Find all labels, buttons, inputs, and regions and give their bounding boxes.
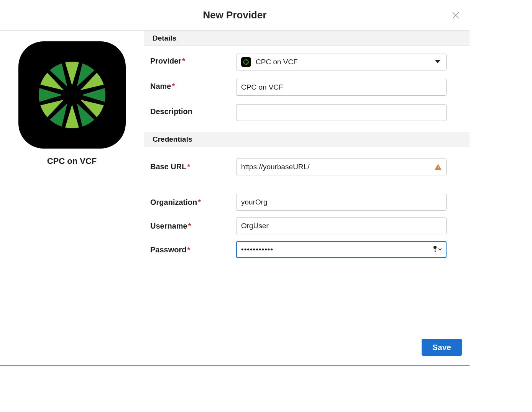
password-manager-icon[interactable] [433, 245, 442, 253]
dialog-title: New Provider [203, 9, 266, 21]
description-input[interactable] [236, 104, 447, 121]
close-button[interactable] [449, 8, 463, 22]
label-provider: Provider* [150, 54, 236, 65]
svg-rect-4 [435, 251, 436, 252]
svg-rect-3 [435, 249, 435, 252]
row-base-url: Base URL* [150, 159, 447, 175]
label-base-url: Base URL* [150, 159, 236, 171]
cpc-mini-icon [241, 57, 251, 67]
row-name: Name* [150, 79, 447, 96]
svg-rect-0 [438, 166, 438, 168]
username-input[interactable] [236, 217, 447, 234]
row-password: Password* [150, 241, 447, 258]
label-password: Password* [150, 245, 236, 254]
save-button[interactable]: Save [422, 339, 462, 356]
dialog-body: CPC on VCF Details Provider* [0, 31, 470, 329]
svg-point-2 [433, 246, 437, 249]
label-description: Description [150, 104, 236, 116]
credentials-form: Base URL* Organization* [144, 147, 470, 273]
dialog-footer: Save [0, 329, 470, 365]
dialog-header: New Provider [0, 0, 470, 31]
provider-logo-caption: CPC on VCF [47, 156, 97, 166]
section-header-credentials: Credentials [144, 132, 470, 147]
provider-selected-text: CPC on VCF [256, 58, 298, 66]
sidebar: CPC on VCF [0, 31, 144, 329]
organization-input[interactable] [236, 194, 447, 211]
row-description: Description [150, 104, 447, 121]
row-organization: Organization* [150, 194, 447, 211]
details-form: Provider* [144, 46, 470, 132]
label-name: Name* [150, 79, 236, 91]
section-header-details: Details [144, 31, 470, 46]
chevron-down-icon [438, 247, 442, 251]
base-url-input[interactable] [236, 159, 447, 175]
provider-logo [18, 41, 126, 149]
chevron-down-icon [434, 58, 441, 67]
cpc-starburst-icon [34, 57, 110, 133]
svg-rect-1 [438, 169, 438, 170]
row-username: Username* [150, 217, 447, 234]
row-provider: Provider* [150, 54, 447, 70]
label-username: Username* [150, 222, 236, 231]
label-organization: Organization* [150, 198, 236, 207]
close-icon [452, 11, 460, 20]
warning-icon [434, 163, 442, 172]
name-input[interactable] [236, 79, 447, 96]
password-input[interactable] [236, 241, 447, 258]
new-provider-dialog: New Provider [0, 0, 470, 366]
provider-select[interactable]: CPC on VCF [236, 54, 447, 70]
main-panel: Details Provider* [144, 31, 470, 329]
